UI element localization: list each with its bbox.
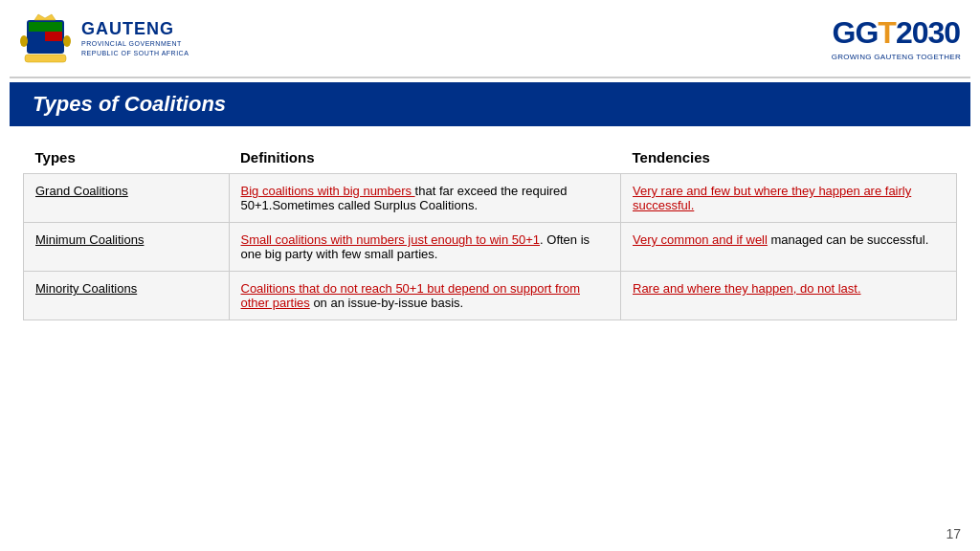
ggt-logo-text: GGT2030 xyxy=(833,15,961,51)
gauteng-name-text: GAUTENG xyxy=(81,19,189,39)
svg-point-6 xyxy=(20,35,28,47)
svg-point-7 xyxy=(63,35,71,47)
definition-cell-minimum: Small coalitions with numbers just enoug… xyxy=(229,223,621,272)
tendency-red-minimum: Very common and if well xyxy=(633,232,768,247)
definition-plain-minority: on an issue-by-issue basis. xyxy=(310,296,463,310)
type-cell-minority: Minority Coalitions xyxy=(24,272,230,320)
table-wrapper: Types Definitions Tendencies Grand Coali… xyxy=(0,126,980,336)
table-row: Minority Coalitions Coalitions that do n… xyxy=(24,272,957,320)
tendency-cell-minimum: Very common and if well managed can be s… xyxy=(621,223,957,272)
type-label-grand: Grand Coalitions xyxy=(35,184,128,198)
page-number: 17 xyxy=(946,526,961,541)
coat-of-arms-icon xyxy=(19,11,72,66)
coalitions-table: Types Definitions Tendencies Grand Coali… xyxy=(23,142,957,320)
title-bar: Types of Coalitions xyxy=(10,82,970,126)
svg-rect-4 xyxy=(45,32,62,41)
column-header-tendencies: Tendencies xyxy=(621,142,957,174)
svg-rect-3 xyxy=(29,32,45,41)
ggt-t-text: T xyxy=(878,15,896,50)
gauteng-sub-line2: REPUBLIC OF SOUTH AFRICA xyxy=(81,49,189,57)
header: GAUTENG PROVINCIAL GOVERNMENT REPUBLIC O… xyxy=(0,0,980,77)
definition-red-grand: Big coalitions with big numbers xyxy=(241,184,415,198)
page-title: Types of Coalitions xyxy=(33,92,947,117)
type-label-minority: Minority Coalitions xyxy=(35,281,137,296)
column-header-definitions: Definitions xyxy=(229,142,621,174)
svg-rect-2 xyxy=(29,22,62,32)
type-cell-grand: Grand Coalitions xyxy=(24,174,230,223)
svg-rect-8 xyxy=(25,55,66,62)
logo-left: GAUTENG PROVINCIAL GOVERNMENT REPUBLIC O… xyxy=(19,11,189,66)
logo-right: GGT2030 GROWING GAUTENG TOGETHER xyxy=(832,15,961,61)
tendency-red-minority: Rare and where they happen, do not last. xyxy=(633,281,861,296)
definition-red-minimum: Small coalitions with numbers just enoug… xyxy=(241,232,541,247)
header-divider xyxy=(10,77,970,78)
tendency-cell-minority: Rare and where they happen, do not last. xyxy=(621,272,957,320)
definition-cell-grand: Big coalitions with big numbers that far… xyxy=(229,174,621,223)
gauteng-branding: GAUTENG PROVINCIAL GOVERNMENT REPUBLIC O… xyxy=(81,19,189,56)
tendency-red-grand: Very rare and few but where they happen … xyxy=(633,184,911,212)
definition-cell-minority: Coalitions that do not reach 50+1 but de… xyxy=(229,272,621,320)
type-label-minimum: Minimum Coalitions xyxy=(35,232,144,247)
tendency-plain-minimum: managed can be successful. xyxy=(768,232,928,247)
table-row: Minimum Coalitions Small coalitions with… xyxy=(24,223,957,272)
ggt-tagline-text: GROWING GAUTENG TOGETHER xyxy=(832,53,961,61)
ggt-gg-text: GG xyxy=(833,15,879,50)
svg-rect-5 xyxy=(29,41,62,52)
gauteng-sub-line1: PROVINCIAL GOVERNMENT xyxy=(81,39,189,48)
column-header-types: Types xyxy=(24,142,230,174)
tendency-cell-grand: Very rare and few but where they happen … xyxy=(621,174,957,223)
ggt-year-text: 2030 xyxy=(896,15,960,50)
type-cell-minimum: Minimum Coalitions xyxy=(24,223,230,272)
table-header-row: Types Definitions Tendencies xyxy=(24,142,957,174)
table-row: Grand Coalitions Big coalitions with big… xyxy=(24,174,957,223)
